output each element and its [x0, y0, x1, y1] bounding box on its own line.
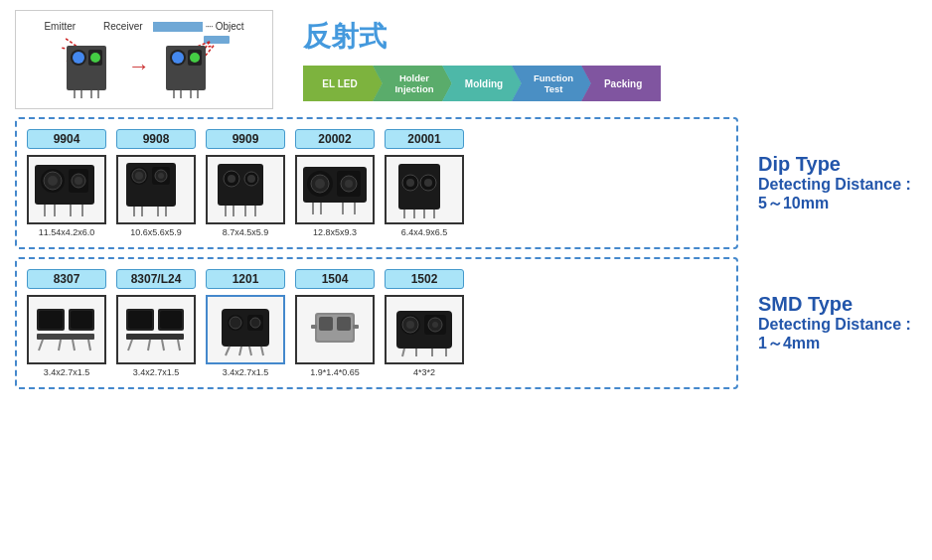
sensor-20002-svg [299, 159, 371, 220]
dip-type-title: Dip Type [758, 153, 917, 176]
svg-point-97 [230, 317, 241, 329]
svg-rect-78 [39, 311, 63, 329]
svg-rect-48 [218, 164, 263, 206]
smd-img-1504 [295, 295, 375, 364]
smd-tag-1504: 1504 [295, 269, 375, 289]
svg-rect-90 [126, 334, 184, 340]
svg-point-50 [228, 175, 235, 183]
step-function: Function Test [512, 66, 591, 101]
smd-dims-8307: 3.4x2.7x1.5 [44, 367, 90, 377]
dip-tag-20002: 20002 [295, 129, 375, 149]
dip-tag-9904: 9904 [27, 129, 106, 149]
label-row: Emitter Receiver ···· Object [44, 21, 243, 34]
smd-names-row: 8307 8307/L24 1201 1504 1502 [27, 269, 726, 289]
svg-point-113 [406, 321, 414, 329]
svg-line-91 [128, 340, 132, 350]
smd-tag-1502: 1502 [385, 269, 464, 289]
receiver-label: Receiver [103, 21, 142, 32]
svg-point-19 [172, 52, 184, 64]
smd-dims-1201: 3.4x2.7x1.5 [223, 367, 269, 377]
dip-type-desc: Dip Type Detecting Distance : 5～10mm [738, 117, 917, 249]
dip-tag-9908: 9908 [116, 129, 196, 149]
svg-line-102 [249, 347, 251, 355]
dip-item-9904: 11.54x4.2x6.0 [27, 155, 106, 237]
step-packing: Packing [581, 66, 661, 101]
smd-type-range: 1～4mm [758, 334, 917, 354]
sensor-1502-svg [388, 299, 460, 360]
svg-point-43 [158, 173, 164, 179]
svg-point-32 [75, 177, 82, 185]
dip-dims-9909: 8.7x4.5x5.9 [223, 227, 269, 237]
step-molding: Molding [442, 66, 522, 101]
chinese-title: 反射式 [303, 18, 661, 56]
smd-products-grid: 8307 8307/L24 1201 1504 1502 [27, 269, 726, 377]
object-bar [153, 22, 203, 32]
title-flow-group: 反射式 EL LED Holder Injection Molding Func… [293, 18, 661, 101]
svg-line-101 [239, 347, 241, 355]
smd-img-1201 [206, 295, 285, 364]
sensor-before [57, 34, 116, 98]
main-container: Emitter Receiver ···· Object [0, 0, 932, 399]
svg-point-29 [48, 176, 58, 186]
svg-line-103 [261, 347, 263, 355]
svg-line-85 [88, 340, 90, 350]
dip-dims-20001: 6.4x4.9x6.5 [401, 227, 448, 237]
dip-item-20001: 6.4x4.9x6.5 [385, 155, 464, 237]
svg-rect-109 [353, 325, 359, 329]
step-holder-shape: Holder Injection [373, 66, 452, 101]
sensor-before-svg [57, 34, 116, 98]
smd-dims-1502: 4*3*2 [413, 367, 435, 377]
svg-point-5 [73, 52, 84, 64]
step-el-led: EL LED [303, 66, 383, 101]
svg-line-92 [148, 340, 150, 350]
smd-item-1502: 4*3*2 [385, 295, 464, 377]
sensor-9908-svg [120, 159, 192, 220]
top-section: Emitter Receiver ···· Object [15, 10, 917, 109]
dip-images-row: 11.54x4.2x6.0 [27, 155, 726, 237]
svg-point-40 [135, 172, 143, 180]
arrow-div: → [128, 54, 150, 79]
smd-item-8307l24: 3.4x2.7x1.5 [116, 295, 196, 377]
sensor-9909-svg [210, 159, 281, 220]
svg-point-7 [90, 53, 100, 63]
svg-rect-87 [128, 311, 152, 329]
object-label: Object [216, 21, 244, 32]
sensor-1201-svg [212, 301, 279, 358]
svg-rect-107 [337, 317, 351, 331]
dip-tag-20001: 20001 [385, 129, 464, 149]
step-packing-shape: Packing [581, 66, 661, 101]
process-flow: EL LED Holder Injection Molding Function… [303, 66, 661, 101]
smd-tag-8307l24: 8307/L24 [116, 269, 196, 289]
smd-item-8307: 3.4x2.7x1.5 [27, 295, 106, 377]
svg-point-52 [247, 175, 255, 183]
dip-img-20001 [385, 155, 464, 224]
svg-line-84 [73, 340, 75, 350]
dip-type-range: 5～10mm [758, 194, 917, 214]
sensor-after-svg [162, 34, 232, 98]
svg-line-100 [226, 347, 230, 355]
dip-dims-9904: 11.54x4.2x6.0 [39, 227, 95, 237]
svg-point-99 [250, 318, 260, 328]
smd-type-subtitle: Detecting Distance : [758, 316, 917, 334]
svg-point-72 [424, 179, 432, 187]
smd-images-row: 3.4x2.7x1.5 [27, 295, 726, 377]
smd-section: 8307 8307/L24 1201 1504 1502 [15, 257, 917, 389]
dip-tag-9909: 9909 [206, 129, 285, 149]
smd-img-8307 [27, 295, 106, 364]
svg-point-70 [406, 179, 414, 187]
svg-point-21 [190, 53, 200, 63]
step-function-shape: Function Test [512, 66, 591, 101]
svg-line-83 [59, 340, 61, 350]
object-area: ···· Object [153, 21, 244, 32]
svg-line-93 [162, 340, 164, 350]
sensor-8307l24-svg [120, 299, 192, 360]
svg-line-117 [402, 349, 404, 356]
svg-line-94 [178, 340, 180, 350]
smd-type-desc: SMD Type Detecting Distance : 1～4mm [738, 257, 917, 389]
dip-products-grid: 9904 9908 9909 20002 20001 [27, 129, 726, 237]
svg-rect-80 [71, 311, 92, 329]
dip-img-9904 [27, 155, 106, 224]
smd-dims-8307l24: 3.4x2.7x1.5 [133, 367, 180, 377]
dip-item-9908: 10.6x5.6x5.9 [116, 155, 196, 237]
dip-names-row: 9904 9908 9909 20002 20001 [27, 129, 726, 149]
